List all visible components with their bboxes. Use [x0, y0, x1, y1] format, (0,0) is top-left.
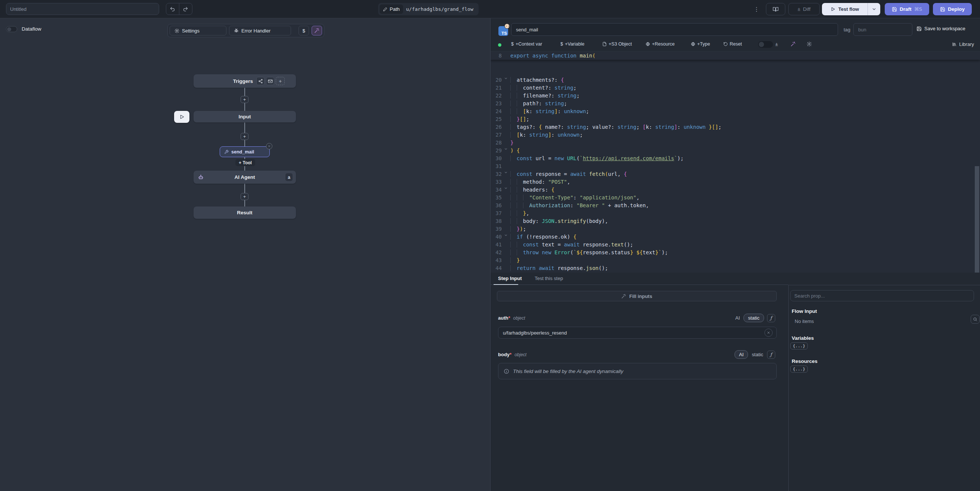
dataflow-toggle[interactable] — [6, 26, 17, 32]
search-icon-button[interactable] — [970, 315, 980, 324]
step-name-input[interactable] — [511, 23, 838, 36]
step-tabs: Step Input Test this step — [490, 273, 788, 285]
line-number: 8 — [490, 52, 502, 60]
result-node[interactable]: Result — [194, 207, 296, 219]
flow-canvas[interactable]: Dataflow Settings Error Handler $ Trigge… — [0, 18, 490, 491]
status-dot — [498, 43, 501, 47]
auth-resource-input[interactable] — [498, 330, 764, 336]
fold-chevron-icon[interactable] — [504, 171, 508, 174]
tab-test-this-step[interactable]: Test this step — [535, 276, 563, 281]
search-prop-input[interactable] — [790, 290, 974, 301]
globe-icon — [646, 42, 650, 46]
reset-button[interactable]: Reset — [723, 41, 742, 47]
add-variable-button[interactable]: $ +Variable — [560, 41, 584, 47]
test-flow-main[interactable]: Test flow — [822, 3, 867, 15]
fold-chevron-icon[interactable] — [504, 186, 508, 190]
line-number: 33 — [490, 178, 502, 186]
line-number: 45 — [490, 272, 502, 273]
test-flow-dropdown[interactable] — [867, 3, 880, 15]
function-square-icon[interactable]: ƒ — [767, 351, 775, 359]
add-s3-object-button[interactable]: +S3 Object — [602, 41, 632, 47]
add-type-button[interactable]: +Type — [691, 41, 710, 47]
fold-chevron-icon[interactable] — [504, 147, 508, 151]
variables-object-badge[interactable]: {...} — [790, 342, 808, 350]
tab-step-input[interactable]: Step Input — [498, 276, 522, 281]
send-mail-label: send_mail — [231, 149, 254, 154]
gear-icon-button[interactable] — [807, 41, 812, 47]
pencil-icon — [383, 7, 387, 11]
ai-mode-button[interactable]: AI — [735, 314, 740, 322]
draft-button[interactable]: Draft ⌘S — [885, 3, 929, 15]
diff-icon-button[interactable]: ± — [775, 41, 778, 47]
add-tool-button[interactable]: + Tool — [235, 159, 255, 166]
diff-button[interactable]: ± Diff — [788, 3, 820, 15]
close-icon — [267, 145, 271, 148]
mail-icon — [268, 79, 273, 84]
triggers-node[interactable]: Triggers + — [194, 74, 296, 88]
line-number: 23 — [490, 100, 502, 108]
settings-label: Settings — [182, 28, 199, 33]
add-context-var-button[interactable]: $ +Context var — [511, 41, 542, 47]
settings-button[interactable]: Settings — [170, 26, 226, 35]
fold-chevron-icon[interactable] — [504, 76, 508, 80]
ai-wand-button[interactable] — [791, 41, 796, 47]
email-trigger-button[interactable] — [266, 77, 274, 85]
tag-input[interactable] — [853, 23, 912, 36]
save-icon — [940, 7, 945, 12]
library-label: Library — [959, 41, 974, 47]
static-mode-button[interactable]: static — [751, 351, 764, 358]
send-mail-tool-node[interactable]: send_mail — [220, 146, 270, 157]
code-line: const response = await fetch(url, { — [511, 170, 627, 178]
bun-icon — [504, 24, 510, 29]
code-line: const url = new URL(`https://api.resend.… — [511, 154, 684, 162]
insert-step-button[interactable]: + — [240, 133, 248, 140]
run-input-button[interactable] — [174, 111, 189, 123]
auth-field-label: auth* object — [498, 315, 525, 321]
static-mode-button[interactable]: static — [743, 314, 764, 322]
library-button[interactable]: Library — [952, 41, 974, 47]
ai-agent-label: AI Agent — [235, 174, 255, 180]
line-number: 38 — [490, 217, 502, 225]
editor-scrollbar[interactable] — [975, 166, 979, 273]
code-line: tags?: { name?: string; value?: string; … — [511, 123, 721, 131]
test-flow-button[interactable]: Test flow — [822, 3, 880, 15]
flow-path-badge[interactable]: Path u/farhadglbs/grand_flow — [378, 3, 479, 15]
line-number: 39 — [490, 225, 502, 233]
line-number: 24 — [490, 108, 502, 115]
input-node[interactable]: Input — [194, 111, 296, 122]
remove-tool-button[interactable] — [266, 143, 272, 149]
insert-step-button[interactable]: + — [240, 193, 248, 200]
chevron-down-icon — [872, 7, 877, 11]
ai-wand-button[interactable] — [312, 26, 322, 35]
code-editor[interactable]: 20 attachments?: {21 content?: string;22… — [490, 52, 980, 273]
clear-auth-button[interactable] — [764, 329, 773, 337]
fold-chevron-icon[interactable] — [504, 234, 508, 237]
webhook-trigger-button[interactable] — [256, 77, 264, 85]
deploy-button[interactable]: Deploy — [933, 3, 972, 15]
dollar-button[interactable]: $ — [299, 26, 309, 35]
function-square-icon[interactable]: ƒ — [767, 314, 775, 322]
editor-mode-toggle[interactable] — [758, 41, 773, 48]
save-to-workspace-button[interactable]: Save to workspace — [916, 26, 966, 31]
error-handler-button[interactable]: Error Handler — [229, 26, 291, 35]
code-line: ) { — [511, 147, 520, 154]
more-options-button[interactable]: ⋮ — [752, 3, 761, 15]
add-resource-button[interactable]: +Resource — [646, 41, 675, 47]
reset-label: Reset — [730, 41, 742, 47]
insert-step-button[interactable]: + — [240, 96, 248, 103]
ai-agent-node[interactable]: AI Agent a — [194, 171, 296, 184]
error-handler-label: Error Handler — [241, 28, 270, 33]
line-number: 26 — [490, 123, 502, 131]
resources-object-badge[interactable]: {...} — [790, 365, 808, 373]
docs-button[interactable] — [766, 3, 785, 15]
fill-inputs-button[interactable]: Fill inputs — [497, 291, 777, 301]
resources-heading: Resources — [792, 358, 818, 364]
ai-mode-button[interactable]: AI — [735, 350, 748, 359]
undo-button[interactable] — [166, 3, 179, 14]
code-line: } — [511, 256, 520, 264]
redo-button[interactable] — [179, 3, 192, 14]
add-trigger-button[interactable]: + — [276, 77, 285, 85]
editor-toolbar: $ +Context var $ +Variable +S3 Object +R… — [490, 38, 980, 51]
flow-summary-input[interactable] — [6, 3, 159, 15]
add-context-var-label: +Context var — [515, 41, 542, 47]
